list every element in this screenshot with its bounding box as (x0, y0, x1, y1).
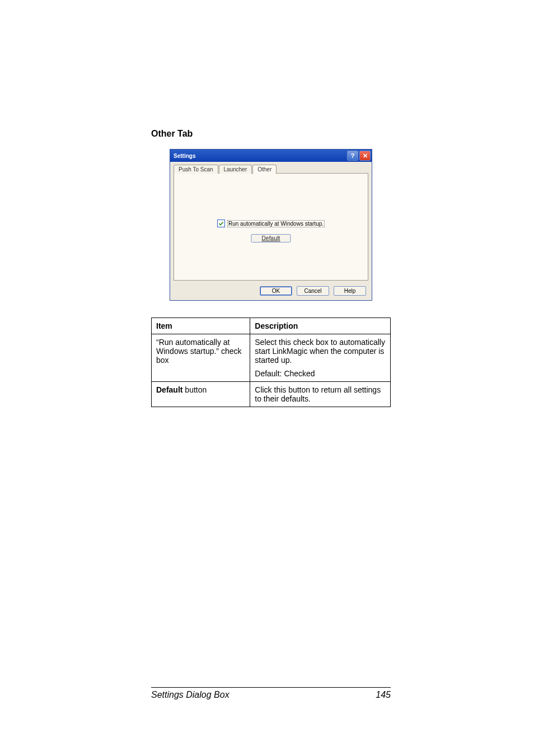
desc-line: Default: Checked (255, 369, 386, 378)
section-heading: Other Tab (151, 129, 391, 139)
default-label-strong: Default (156, 385, 182, 394)
run-at-startup-checkbox[interactable] (217, 220, 225, 227)
default-label-tail: button (182, 385, 207, 394)
table-row: “Run automatically at Windows startup.” … (152, 334, 391, 382)
cell-item: Default button (152, 382, 250, 407)
tab-launcher[interactable]: Launcher (219, 165, 252, 174)
page-number: 145 (376, 690, 391, 700)
col-header-description: Description (250, 318, 391, 334)
close-icon[interactable]: ✕ (359, 151, 371, 161)
help-icon[interactable]: ? (347, 151, 358, 161)
table-row: Default button Click this button to retu… (152, 382, 391, 407)
default-button[interactable]: Default (251, 234, 291, 242)
cell-description: Select this check box to automatically s… (250, 334, 391, 382)
tab-panel-other: Run automatically at Windows startup. De… (174, 173, 368, 281)
ok-button[interactable]: OK (260, 286, 292, 296)
cell-item: “Run automatically at Windows startup.” … (152, 334, 250, 382)
dialog-title: Settings (174, 153, 347, 159)
checkmark-icon (218, 221, 224, 226)
footer-title: Settings Dialog Box (151, 690, 229, 700)
tab-push-to-scan[interactable]: Push To Scan (174, 165, 218, 174)
col-header-item: Item (152, 318, 250, 334)
run-at-startup-label: Run automatically at Windows startup. (227, 220, 325, 227)
help-button[interactable]: Help (334, 286, 366, 296)
page-footer: Settings Dialog Box 145 (151, 687, 391, 700)
tabs-bar: Push To Scan Launcher Other (174, 164, 368, 174)
settings-description-table: Item Description “Run automatically at W… (151, 318, 391, 407)
tab-other[interactable]: Other (252, 165, 277, 174)
titlebar: Settings ? ✕ (170, 150, 372, 162)
cell-description: Click this button to return all settings… (250, 382, 391, 407)
cancel-button[interactable]: Cancel (297, 286, 329, 296)
settings-dialog: Settings ? ✕ Push To Scan Launcher Other (170, 149, 372, 301)
desc-line: Select this check box to automatically s… (255, 338, 386, 365)
